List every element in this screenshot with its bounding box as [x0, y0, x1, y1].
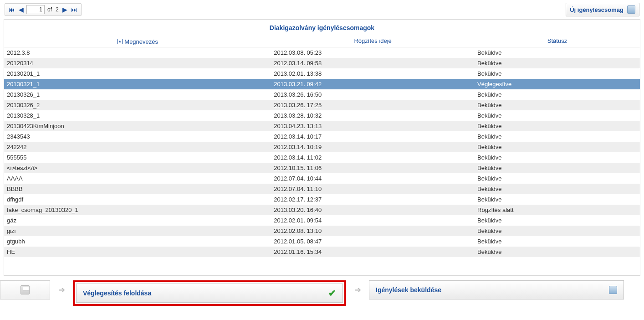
cell-time: 2012.02.17. 12:37	[271, 194, 475, 205]
table-row[interactable]: 20130326_12013.03.26. 16:50Beküldve	[4, 89, 640, 100]
column-header-name[interactable]: ▲ Megnevezés	[4, 35, 271, 47]
cell-status: Beküldve	[475, 47, 640, 58]
panel-title: Diakigazolvány igényléscsomagok	[4, 20, 640, 35]
cell-name: 20130201_1	[4, 68, 271, 79]
sort-asc-icon: ▲	[117, 39, 123, 44]
cell-status: Beküldve	[475, 110, 640, 121]
check-icon: ✔	[328, 288, 336, 299]
table-row[interactable]: <i>teszt</i>2012.10.15. 11:06Beküldve	[4, 163, 640, 173]
pager-total: 2	[55, 6, 60, 13]
column-header-status-label: Státusz	[547, 37, 567, 44]
cell-name: 20130328_1	[4, 110, 271, 121]
cell-name: gtgubh	[4, 236, 271, 247]
cell-time: 2013.03.20. 16:40	[271, 205, 475, 215]
send-requests-button[interactable]: Igénylések beküldése	[369, 280, 624, 299]
cell-time: 2012.03.14. 10:17	[271, 131, 475, 142]
table-row[interactable]: 201203142012.03.14. 09:58Beküldve	[4, 58, 640, 68]
cell-name: 555555	[4, 152, 271, 163]
unlock-highlight: Véglegesítés feloldása ✔	[73, 280, 346, 306]
column-header-time-label: Rögzítés ideje	[354, 37, 391, 44]
table-row[interactable]: AAAA2012.07.04. 10:44Beküldve	[4, 173, 640, 184]
pager: ⏮ ◀ of 2 ▶ ⏭	[5, 3, 82, 16]
table-row[interactable]: gizi2012.02.08. 13:10Beküldve	[4, 226, 640, 236]
cell-name: 20130326_1	[4, 89, 271, 100]
cell-name: HE	[4, 247, 271, 257]
cell-name: 20130326_2	[4, 100, 271, 110]
table-row[interactable]: 20130328_12013.03.28. 10:32Beküldve	[4, 110, 640, 121]
cell-status: Beküldve	[475, 121, 640, 131]
cell-time: 2013.04.23. 13:13	[271, 121, 475, 131]
cell-time: 2013.02.01. 13:38	[271, 68, 475, 79]
table-row[interactable]: gáz2012.02.01. 09:54Beküldve	[4, 215, 640, 226]
cell-name: dfhgdf	[4, 194, 271, 205]
top-toolbar: ⏮ ◀ of 2 ▶ ⏭ Új igényléscsomag	[0, 0, 644, 19]
cell-time: 2012.03.14. 11:02	[271, 152, 475, 163]
pager-prev-button[interactable]: ◀	[18, 6, 25, 13]
table-row[interactable]: 20130326_22013.03.26. 17:25Beküldve	[4, 100, 640, 110]
cell-name: <i>teszt</i>	[4, 163, 271, 173]
packages-table: ▲ Megnevezés Rögzítés ideje Státusz 2012…	[4, 35, 640, 257]
table-row[interactable]: 2422422012.03.14. 10:19Beküldve	[4, 142, 640, 152]
cell-time: 2013.03.26. 16:50	[271, 89, 475, 100]
table-row[interactable]: gtgubh2012.01.05. 08:47Beküldve	[4, 236, 640, 247]
save-icon	[20, 285, 30, 294]
arrow-right-icon: ➔	[54, 280, 69, 299]
new-package-label: Új igényléscsomag	[570, 6, 624, 13]
cell-status: Beküldve	[475, 163, 640, 173]
pager-page-input[interactable]	[26, 5, 45, 14]
column-header-status[interactable]: Státusz	[475, 35, 640, 47]
cell-status: Beküldve	[475, 68, 640, 79]
cell-time: 2012.07.04. 10:44	[271, 173, 475, 184]
cell-status: Beküldve	[475, 89, 640, 100]
cell-time: 2013.03.21. 09:42	[271, 79, 475, 89]
cell-time: 2013.03.26. 17:25	[271, 100, 475, 110]
table-row[interactable]: HE2012.01.16. 15:34Beküldve	[4, 247, 640, 257]
cell-status: Beküldve	[475, 215, 640, 226]
pager-next-button[interactable]: ▶	[61, 6, 68, 13]
cell-status: Beküldve	[475, 247, 640, 257]
cell-name: fake_csomag_20130320_1	[4, 205, 271, 215]
cell-time: 2012.02.08. 13:10	[271, 226, 475, 236]
cell-name: 2343543	[4, 131, 271, 142]
cell-time: 2012.03.14. 09:58	[271, 58, 475, 68]
cell-name: gizi	[4, 226, 271, 236]
cell-status: Beküldve	[475, 131, 640, 142]
cell-name: 2012.3.8	[4, 47, 271, 58]
table-row[interactable]: 20130201_12013.02.01. 13:38Beküldve	[4, 68, 640, 79]
pager-last-button[interactable]: ⏭	[70, 6, 78, 13]
table-row[interactable]: 2012.3.82012.03.08. 05:23Beküldve	[4, 47, 640, 58]
cell-name: 20130423KimMinjoon	[4, 121, 271, 131]
cell-name: 20120314	[4, 58, 271, 68]
pager-of-label: of	[46, 6, 53, 13]
cell-status: Beküldve	[475, 142, 640, 152]
cell-status: Beküldve	[475, 58, 640, 68]
send-requests-label: Igénylések beküldése	[376, 286, 441, 294]
table-row[interactable]: 20130321_12013.03.21. 09:42Véglegesítve	[4, 79, 640, 89]
table-row[interactable]: 5555552012.03.14. 11:02Beküldve	[4, 152, 640, 163]
cell-time: 2012.02.01. 09:54	[271, 215, 475, 226]
cell-status: Beküldve	[475, 173, 640, 184]
cell-time: 2012.03.14. 10:19	[271, 142, 475, 152]
table-row[interactable]: BBBB2012.07.04. 11:10Beküldve	[4, 184, 640, 194]
cell-status: Véglegesítve	[475, 79, 640, 89]
unlock-finalize-button[interactable]: Véglegesítés feloldása ✔	[76, 284, 343, 303]
cell-status: Beküldve	[475, 100, 640, 110]
cell-status: Beküldve	[475, 152, 640, 163]
column-header-name-label: Megnevezés	[124, 38, 158, 45]
packages-panel: Diakigazolvány igényléscsomagok ▲ Megnev…	[4, 19, 640, 276]
cell-time: 2012.01.16. 15:34	[271, 247, 475, 257]
table-row[interactable]: 23435432012.03.14. 10:17Beküldve	[4, 131, 640, 142]
pager-first-button[interactable]: ⏮	[8, 6, 16, 13]
cell-name: 20130321_1	[4, 79, 271, 89]
cell-status: Beküldve	[475, 226, 640, 236]
table-row[interactable]: 20130423KimMinjoon2013.04.23. 13:13Bekül…	[4, 121, 640, 131]
table-row[interactable]: dfhgdf2012.02.17. 12:37Beküldve	[4, 194, 640, 205]
save-slot[interactable]	[0, 280, 50, 299]
cell-time: 2012.01.05. 08:47	[271, 236, 475, 247]
new-package-button[interactable]: Új igényléscsomag	[566, 3, 639, 16]
cell-name: AAAA	[4, 173, 271, 184]
arrow-right-icon: ➔	[350, 280, 365, 299]
table-row[interactable]: fake_csomag_20130320_12013.03.20. 16:40R…	[4, 205, 640, 215]
cell-status: Beküldve	[475, 194, 640, 205]
column-header-time[interactable]: Rögzítés ideje	[271, 35, 475, 47]
